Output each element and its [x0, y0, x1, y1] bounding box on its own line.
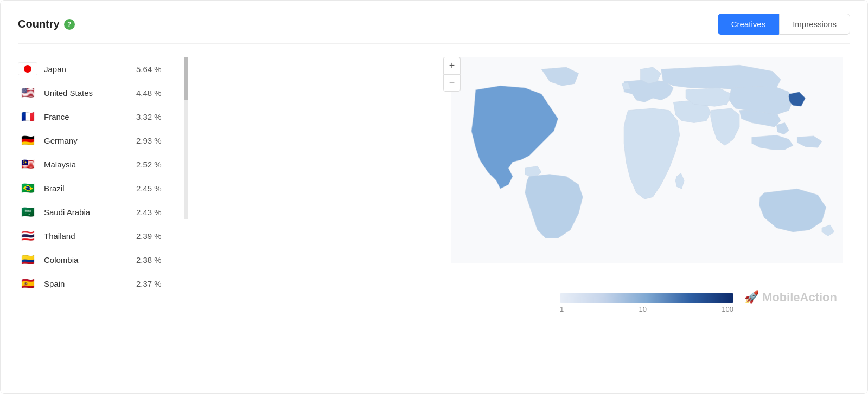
country-name: Japan [44, 64, 136, 74]
country-flag [18, 62, 37, 75]
zoom-out-button[interactable]: − [443, 74, 461, 92]
country-flag: 🇸🇦 [18, 205, 37, 218]
country-percentage: 2.39 % [136, 231, 180, 241]
scrollbar-thumb [184, 57, 188, 100]
btn-group: Creatives Impressions [718, 14, 850, 35]
content-area: Japan5.64 %🇺🇸United States4.48 %🇫🇷France… [18, 57, 850, 313]
country-row[interactable]: 🇫🇷France3.32 % [18, 105, 180, 128]
main-container: Country ? Creatives Impressions Japan5.6… [0, 0, 868, 394]
help-icon[interactable]: ? [64, 19, 75, 30]
impressions-button[interactable]: Impressions [779, 14, 850, 35]
country-name: Germany [44, 136, 136, 145]
country-flag: 🇹🇭 [18, 229, 37, 242]
country-row[interactable]: 🇨🇴Colombia2.38 % [18, 248, 180, 272]
list-and-scroll: Japan5.64 %🇺🇸United States4.48 %🇫🇷France… [18, 57, 430, 295]
right-panel: + − [430, 57, 850, 313]
world-map [443, 57, 850, 263]
legend-gradient-bar [560, 293, 733, 303]
country-row[interactable]: 🇸🇦Saudi Arabia2.43 % [18, 200, 180, 224]
country-flag: 🇫🇷 [18, 110, 37, 123]
country-name: Thailand [44, 231, 136, 241]
zoom-in-button[interactable]: + [443, 57, 461, 74]
country-name: Brazil [44, 184, 136, 193]
country-name: United States [44, 88, 136, 98]
country-name: France [44, 112, 136, 121]
country-percentage: 2.52 % [136, 160, 180, 169]
country-name: Saudi Arabia [44, 208, 136, 217]
country-row[interactable]: 🇲🇾Malaysia2.52 % [18, 152, 180, 176]
country-percentage: 2.38 % [136, 255, 180, 264]
country-percentage: 3.32 % [136, 112, 180, 121]
country-name: Colombia [44, 255, 136, 264]
logo-text: MobileAction [762, 290, 837, 305]
legend-label-100: 100 [722, 305, 733, 313]
country-flag: 🇨🇴 [18, 253, 37, 266]
legend-labels: 1 10 100 [560, 305, 733, 313]
country-percentage: 2.93 % [136, 136, 180, 145]
header: Country ? Creatives Impressions [18, 14, 850, 44]
country-percentage: 2.37 % [136, 279, 180, 288]
country-name: Spain [44, 279, 136, 288]
country-flag: 🇧🇷 [18, 182, 37, 195]
left-panel: Japan5.64 %🇺🇸United States4.48 %🇫🇷France… [18, 57, 430, 313]
country-flag: 🇺🇸 [18, 86, 37, 99]
title-area: Country ? [18, 18, 75, 30]
scrollbar-track[interactable] [184, 57, 188, 219]
country-name: Malaysia [44, 160, 136, 169]
country-row[interactable]: 🇧🇷Brazil2.45 % [18, 176, 180, 200]
country-percentage: 2.45 % [136, 184, 180, 193]
country-row[interactable]: 🇹🇭Thailand2.39 % [18, 224, 180, 248]
country-flag: 🇩🇪 [18, 134, 37, 147]
map-controls: + − [443, 57, 461, 92]
legend-label-10: 10 [639, 305, 647, 313]
creatives-button[interactable]: Creatives [718, 14, 779, 35]
country-row[interactable]: 🇺🇸United States4.48 % [18, 81, 180, 105]
mobile-action-logo: 🚀 MobileAction [744, 290, 837, 305]
logo-icon: 🚀 [744, 290, 759, 305]
country-flag: 🇪🇸 [18, 277, 37, 290]
country-percentage: 4.48 % [136, 88, 180, 98]
page-title: Country [18, 18, 60, 30]
country-flag: 🇲🇾 [18, 158, 37, 171]
country-row[interactable]: 🇪🇸Spain2.37 % [18, 272, 180, 295]
country-list: Japan5.64 %🇺🇸United States4.48 %🇫🇷France… [18, 57, 180, 295]
country-percentage: 5.64 % [136, 64, 180, 74]
legend-label-1: 1 [560, 305, 564, 313]
world-map-container [443, 57, 850, 285]
country-row[interactable]: 🇩🇪Germany2.93 % [18, 128, 180, 152]
country-percentage: 2.43 % [136, 208, 180, 217]
country-row[interactable]: Japan5.64 % [18, 57, 180, 81]
